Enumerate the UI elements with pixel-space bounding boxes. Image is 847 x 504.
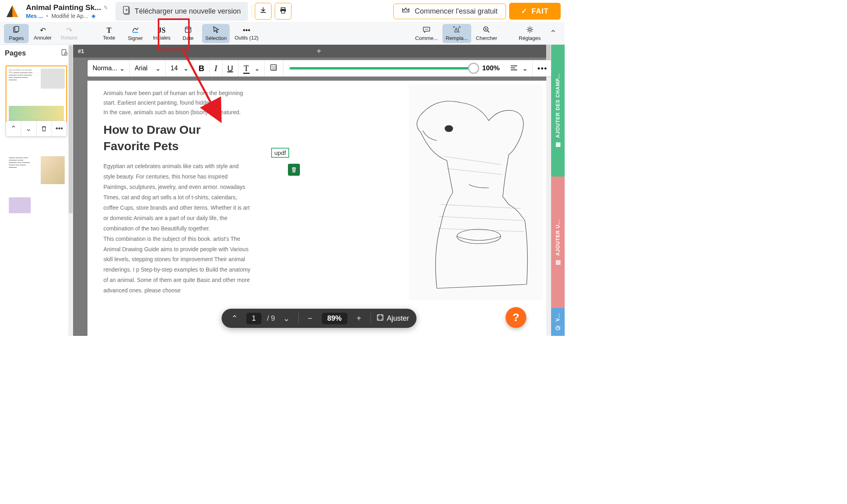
app-logo bbox=[4, 3, 21, 20]
tool-date-label: Date bbox=[182, 35, 193, 41]
tool-comment-label: Comme... bbox=[415, 35, 438, 41]
magnify-icon bbox=[483, 26, 490, 34]
main-toolbar: Pages ↶ Annuler ↷ Refaire T Texte Signer… bbox=[0, 23, 565, 45]
add-page-icon[interactable]: + bbox=[317, 47, 321, 56]
svg-point-14 bbox=[425, 29, 426, 30]
svg-line-20 bbox=[488, 31, 489, 32]
tool-comment[interactable]: Comme... bbox=[412, 24, 441, 43]
svg-point-16 bbox=[427, 29, 428, 30]
help-button[interactable]: ? bbox=[506, 307, 526, 328]
pages-panel-title: Pages bbox=[5, 49, 26, 58]
thumb-move-up[interactable]: ⌃ bbox=[6, 121, 21, 136]
svg-point-15 bbox=[426, 29, 427, 30]
tool-undo[interactable]: ↶ Annuler bbox=[30, 24, 55, 43]
vtab-add-element[interactable]: AJOUTER U... ▤ bbox=[551, 177, 565, 308]
upload-version-button[interactable]: + Télécharger une nouvelle version bbox=[115, 2, 248, 21]
text-color-dropdown[interactable]: T ⌄ bbox=[238, 60, 265, 76]
tool-selection[interactable]: Sélection bbox=[202, 24, 230, 43]
edit-title-icon[interactable]: ✎ bbox=[103, 4, 108, 11]
more-icon: ••• bbox=[538, 64, 547, 73]
fit-button[interactable]: Ajuster bbox=[377, 314, 409, 323]
zoom-level[interactable]: 89% bbox=[321, 313, 347, 324]
fontsize-dropdown[interactable]: 14 ⌄ bbox=[166, 60, 194, 76]
format-bar: Norma... ⌄ Arial ⌄ 14 ⌄ B I U T ⌄ bbox=[87, 60, 553, 77]
my-docs-link[interactable]: Mes ... bbox=[26, 13, 43, 19]
thumb-image-placeholder bbox=[41, 156, 65, 184]
separator-dot: • bbox=[46, 13, 48, 19]
opacity-slider[interactable]: 100% bbox=[284, 64, 506, 72]
fields-icon: ▦ bbox=[555, 141, 561, 147]
tool-search[interactable]: Chercher bbox=[473, 24, 500, 43]
tool-more-label: Outils (12) bbox=[234, 35, 258, 41]
svg-rect-9 bbox=[133, 32, 138, 33]
tool-date[interactable]: Date bbox=[176, 24, 200, 43]
pages-settings-icon[interactable] bbox=[61, 49, 68, 58]
date-icon bbox=[184, 26, 192, 34]
more-icon: ••• bbox=[243, 27, 250, 34]
svg-text:I: I bbox=[458, 26, 459, 32]
canvas-scrollbar[interactable] bbox=[546, 45, 551, 336]
tool-text[interactable]: T Texte bbox=[97, 24, 121, 43]
modified-label: Modifié le Ap... bbox=[52, 13, 88, 19]
tool-more-tools[interactable]: ••• Outils (12) bbox=[231, 24, 262, 43]
tool-search-label: Chercher bbox=[476, 35, 497, 41]
thumbnails-list[interactable]: 1 How to Draw Our Favorite Pets ▬▬▬ ▬▬▬▬… bbox=[0, 62, 73, 336]
start-trial-button[interactable]: Commencer l'essai gratuit bbox=[393, 4, 506, 19]
thumb-delete[interactable] bbox=[37, 121, 52, 136]
svg-rect-4 bbox=[281, 8, 285, 9]
vtab-add-fields[interactable]: AJOUTER DES CHAMP... ▦ bbox=[551, 45, 565, 177]
download-icon bbox=[260, 7, 267, 16]
highlight-button[interactable] bbox=[265, 60, 284, 76]
prev-page-button[interactable]: ⌃ bbox=[228, 312, 240, 324]
page-thumbnail-2[interactable]: 2 ▬▬▬ ▬▬▬▬ ▬▬ ▬▬▬▬ ▬▬▬ ▬▬▬▬ ▬▬ ▬▬▬▬ ▬▬▬ … bbox=[6, 153, 67, 216]
svg-rect-8 bbox=[15, 26, 19, 32]
selected-text-box[interactable]: updf bbox=[271, 148, 289, 158]
tool-sign[interactable]: Signer bbox=[123, 24, 148, 43]
tool-redo[interactable]: ↷ Refaire bbox=[57, 24, 81, 43]
vtab-view[interactable]: V... ◷ bbox=[551, 308, 565, 336]
align-dropdown[interactable]: ⌄ bbox=[506, 60, 533, 76]
undo-icon: ↶ bbox=[40, 27, 46, 34]
style-dropdown[interactable]: Norma... ⌄ bbox=[88, 60, 130, 76]
chevron-down-icon: ⌄ bbox=[522, 65, 528, 72]
clock-icon: ◷ bbox=[555, 324, 560, 331]
chevron-down-icon: ⌄ bbox=[183, 65, 188, 72]
zoom-out-button[interactable]: − bbox=[304, 312, 316, 324]
bold-button[interactable]: B bbox=[194, 60, 209, 76]
tool-initials[interactable]: JS Initiales bbox=[149, 24, 174, 43]
download-button[interactable] bbox=[255, 3, 272, 20]
page-tab-label[interactable]: #1 bbox=[78, 48, 84, 54]
italic-button[interactable]: I bbox=[210, 60, 222, 76]
thumb-move-down[interactable]: ⌄ bbox=[21, 121, 36, 136]
slider-track[interactable] bbox=[290, 67, 478, 69]
page-thumbnail-1[interactable]: 1 How to Draw Our Favorite Pets ▬▬▬ ▬▬▬▬… bbox=[6, 65, 67, 129]
align-icon bbox=[510, 64, 518, 73]
sidebar-scrollbar[interactable] bbox=[68, 45, 73, 336]
underline-icon: U bbox=[227, 64, 233, 73]
fit-label: Ajuster bbox=[387, 314, 409, 323]
format-more-button[interactable]: ••• bbox=[533, 60, 552, 76]
zoom-in-button[interactable]: + bbox=[353, 312, 365, 324]
current-page-input[interactable]: 1 bbox=[246, 313, 261, 324]
sync-icon[interactable]: ◉ bbox=[91, 13, 95, 19]
delete-selection-button[interactable] bbox=[288, 164, 300, 176]
tool-settings[interactable]: Réglages bbox=[516, 24, 544, 43]
font-dropdown[interactable]: Arial ⌄ bbox=[130, 60, 166, 76]
tool-replace[interactable]: AI Rempla... bbox=[442, 24, 471, 43]
highlight-icon bbox=[270, 63, 278, 73]
thumb-more[interactable]: ••• bbox=[52, 121, 67, 136]
next-page-button[interactable]: ⌄ bbox=[280, 312, 292, 324]
comment-icon bbox=[423, 26, 430, 34]
sign-icon bbox=[131, 26, 139, 34]
divider bbox=[298, 313, 298, 323]
document-title: Animal Painting Sk... bbox=[26, 3, 101, 12]
underline-button[interactable]: U bbox=[222, 60, 238, 76]
done-button[interactable]: ✓ FAIT bbox=[509, 3, 561, 20]
document-page[interactable]: Animals have been part of human art from… bbox=[87, 81, 553, 336]
tool-text-label: Texte bbox=[103, 35, 115, 41]
print-button[interactable] bbox=[275, 3, 292, 20]
chevron-down-icon: ⌄ bbox=[119, 65, 125, 72]
tool-replace-label: Rempla... bbox=[446, 35, 468, 41]
collapse-toolbar-icon[interactable]: ⌃ bbox=[545, 28, 561, 39]
tool-pages[interactable]: Pages bbox=[4, 24, 29, 43]
